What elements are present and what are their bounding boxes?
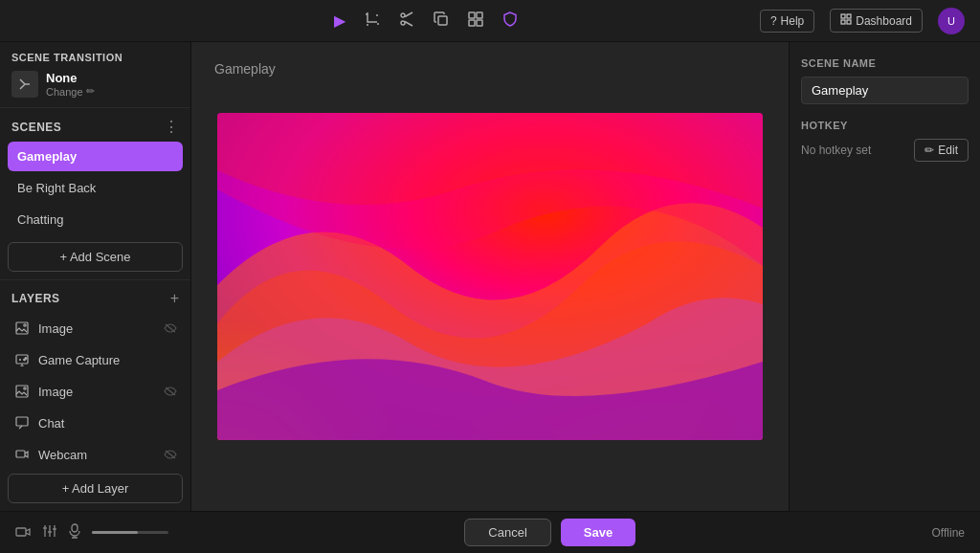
pointer-icon[interactable]: ▶ bbox=[334, 11, 345, 30]
svg-rect-10 bbox=[847, 14, 851, 18]
layer-name-image-2: Image bbox=[38, 385, 73, 399]
image-icon-1 bbox=[13, 320, 31, 337]
svg-point-14 bbox=[24, 324, 26, 326]
transition-item: None Change ✏ bbox=[11, 71, 179, 98]
crop-icon[interactable] bbox=[365, 11, 380, 31]
help-icon: ? bbox=[770, 14, 777, 28]
layer-item-webcam[interactable]: Webcam bbox=[8, 439, 183, 466]
shield-icon[interactable] bbox=[502, 11, 518, 31]
scenes-header: Scenes ⋮ bbox=[0, 108, 190, 142]
copy-icon[interactable] bbox=[434, 11, 449, 31]
scene-list: Gameplay Be Right Back Chatting bbox=[0, 142, 190, 234]
main-body: Scene Transition None Change ✏ Scenes bbox=[0, 42, 980, 511]
layers-title: Layers bbox=[11, 292, 60, 305]
layer-item-chat[interactable]: Chat bbox=[8, 408, 183, 438]
bottom-center: Cancel Save bbox=[464, 519, 635, 546]
canvas-label: Gameplay bbox=[214, 61, 276, 77]
edit-pencil-icon: ✏ bbox=[924, 144, 934, 157]
camera-icon[interactable] bbox=[15, 525, 31, 541]
svg-line-2 bbox=[405, 12, 412, 17]
right-panel: Scene Name Hotkey No hotkey set ✏ Edit bbox=[789, 42, 980, 511]
volume-slider[interactable] bbox=[92, 531, 168, 534]
help-button[interactable]: ? Help bbox=[760, 10, 814, 33]
svg-rect-5 bbox=[469, 12, 475, 18]
scene-name-title: Scene Name bbox=[801, 57, 969, 69]
svg-point-0 bbox=[401, 13, 405, 17]
svg-rect-11 bbox=[841, 20, 845, 24]
layer-name-webcam: Webcam bbox=[38, 448, 87, 462]
svg-line-3 bbox=[405, 21, 412, 26]
toolbar: ▶ bbox=[0, 0, 980, 42]
help-label: Help bbox=[781, 14, 805, 28]
svg-rect-36 bbox=[72, 524, 78, 532]
edit-hotkey-button[interactable]: ✏ Edit bbox=[914, 139, 969, 162]
layer-hide-icon-1[interactable] bbox=[164, 321, 177, 336]
transition-text: None Change ✏ bbox=[46, 71, 95, 98]
svg-rect-23 bbox=[16, 451, 25, 457]
dashboard-icon bbox=[840, 13, 852, 28]
scenes-menu-icon[interactable]: ⋮ bbox=[164, 118, 179, 136]
hotkey-status: No hotkey set bbox=[801, 144, 871, 157]
transition-icon bbox=[11, 71, 38, 98]
hotkey-section: Hotkey No hotkey set ✏ Edit bbox=[801, 120, 969, 162]
webcam-icon bbox=[13, 446, 31, 463]
svg-point-1 bbox=[401, 21, 405, 25]
add-layer-button[interactable]: + Add Layer bbox=[8, 474, 183, 503]
transition-name: None bbox=[46, 71, 95, 85]
layer-item-image-2[interactable]: Image bbox=[8, 376, 183, 407]
cancel-button[interactable]: Cancel bbox=[464, 519, 550, 546]
scene-transition-title: Scene Transition bbox=[11, 52, 179, 63]
hotkey-title: Hotkey bbox=[801, 120, 969, 131]
svg-rect-9 bbox=[841, 14, 845, 18]
chat-icon bbox=[13, 414, 31, 431]
toolbar-center: ▶ bbox=[334, 11, 518, 31]
layers-header: Layers + bbox=[0, 279, 190, 313]
canvas-svg bbox=[217, 113, 763, 440]
svg-rect-22 bbox=[16, 417, 28, 426]
scene-transition-section: Scene Transition None Change ✏ bbox=[0, 42, 190, 108]
grid-icon[interactable] bbox=[468, 11, 483, 31]
svg-rect-7 bbox=[469, 20, 475, 26]
add-layer-icon[interactable]: + bbox=[170, 290, 179, 307]
microphone-icon[interactable] bbox=[69, 523, 80, 542]
scene-name-input[interactable] bbox=[801, 77, 969, 104]
scissors-icon[interactable] bbox=[399, 11, 414, 31]
hotkey-row: No hotkey set ✏ Edit bbox=[801, 139, 969, 162]
image-icon-2 bbox=[13, 383, 31, 400]
layer-hide-icon-3[interactable] bbox=[164, 448, 177, 462]
layer-hide-icon-2[interactable] bbox=[164, 385, 177, 399]
dashboard-label: Dashboard bbox=[856, 14, 912, 28]
svg-point-20 bbox=[24, 387, 26, 389]
layer-item-image-1[interactable]: Image bbox=[8, 313, 183, 343]
svg-rect-8 bbox=[477, 20, 482, 26]
game-capture-icon bbox=[13, 351, 31, 368]
toolbar-right: ? Help Dashboard U bbox=[760, 8, 965, 34]
scenes-title: Scenes bbox=[11, 121, 61, 134]
canvas-area: Gameplay bbox=[191, 42, 789, 511]
svg-rect-29 bbox=[16, 528, 26, 536]
layer-item-game-capture[interactable]: Game Capture bbox=[8, 344, 183, 375]
svg-rect-4 bbox=[438, 16, 447, 25]
save-button[interactable]: Save bbox=[561, 519, 635, 546]
svg-rect-12 bbox=[847, 20, 851, 24]
scene-item-be-right-back[interactable]: Be Right Back bbox=[8, 173, 183, 203]
svg-rect-6 bbox=[477, 12, 482, 18]
bottom-bar: Cancel Save Offline bbox=[0, 511, 980, 553]
svg-point-18 bbox=[25, 358, 27, 360]
avatar[interactable]: U bbox=[938, 8, 965, 34]
mixer-icon[interactable] bbox=[42, 524, 57, 541]
add-scene-button[interactable]: + Add Scene bbox=[8, 242, 183, 272]
layer-name-image-1: Image bbox=[38, 321, 73, 336]
scene-name-section: Scene Name bbox=[801, 57, 969, 104]
dashboard-button[interactable]: Dashboard bbox=[830, 9, 923, 33]
sidebar: Scene Transition None Change ✏ Scenes bbox=[0, 42, 191, 511]
canvas-preview bbox=[217, 113, 763, 440]
volume-fill bbox=[92, 531, 138, 534]
bottom-left bbox=[15, 523, 168, 542]
status-label: Offline bbox=[932, 526, 965, 540]
transition-change-link[interactable]: Change ✏ bbox=[46, 85, 95, 98]
scene-item-gameplay[interactable]: Gameplay bbox=[8, 142, 183, 171]
layer-name-chat: Chat bbox=[38, 416, 64, 431]
scene-item-chatting[interactable]: Chatting bbox=[8, 205, 183, 234]
layer-list: Image bbox=[0, 313, 190, 466]
